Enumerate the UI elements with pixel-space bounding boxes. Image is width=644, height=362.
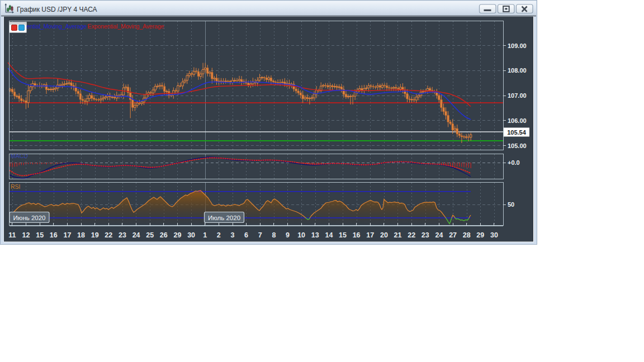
svg-text:20: 20 bbox=[380, 231, 388, 239]
svg-text:1: 1 bbox=[203, 231, 207, 239]
svg-text:15: 15 bbox=[36, 231, 44, 239]
svg-text:18: 18 bbox=[77, 231, 85, 239]
svg-text:16: 16 bbox=[50, 231, 58, 239]
svg-text:25: 25 bbox=[146, 231, 154, 239]
svg-text:29: 29 bbox=[174, 231, 182, 239]
svg-text:23: 23 bbox=[422, 231, 429, 239]
svg-text:15: 15 bbox=[339, 231, 347, 239]
svg-text:23: 23 bbox=[119, 231, 126, 239]
svg-text:108.00: 108.00 bbox=[508, 67, 527, 74]
svg-text:13: 13 bbox=[311, 231, 319, 239]
svg-text:50: 50 bbox=[508, 201, 514, 208]
svg-text:22: 22 bbox=[105, 231, 112, 239]
svg-text:21: 21 bbox=[394, 231, 402, 239]
svg-text:16: 16 bbox=[353, 231, 361, 239]
svg-text:6: 6 bbox=[244, 231, 248, 239]
svg-text:Июль 2020: Июль 2020 bbox=[208, 215, 240, 221]
svg-text:3: 3 bbox=[231, 231, 235, 239]
svg-text:105.00: 105.00 bbox=[508, 142, 527, 149]
svg-text:8: 8 bbox=[272, 231, 276, 239]
svg-text:22: 22 bbox=[408, 231, 415, 239]
svg-text:График USD /JPY 4 ЧАСА: График USD /JPY 4 ЧАСА bbox=[17, 6, 97, 13]
svg-text:RSI: RSI bbox=[11, 183, 21, 190]
svg-text:2: 2 bbox=[217, 231, 221, 239]
svg-text:107.00: 107.00 bbox=[508, 92, 527, 99]
svg-text:105.54: 105.54 bbox=[507, 129, 527, 136]
svg-text:14: 14 bbox=[325, 231, 333, 239]
svg-text:27: 27 bbox=[449, 231, 457, 239]
svg-text:30: 30 bbox=[490, 231, 498, 239]
svg-text:17: 17 bbox=[63, 231, 71, 239]
svg-text:9: 9 bbox=[286, 231, 290, 239]
svg-text:109.00: 109.00 bbox=[508, 42, 527, 49]
svg-text:17: 17 bbox=[366, 231, 374, 239]
svg-text:26: 26 bbox=[160, 231, 168, 239]
svg-text:7: 7 bbox=[258, 231, 262, 239]
svg-text:30: 30 bbox=[187, 231, 195, 239]
svg-text:24: 24 bbox=[132, 231, 140, 239]
svg-text:10: 10 bbox=[297, 231, 305, 239]
svg-text:12: 12 bbox=[22, 231, 30, 239]
svg-text:Июнь 2020: Июнь 2020 bbox=[13, 215, 45, 221]
svg-text:19: 19 bbox=[91, 231, 99, 239]
svg-text:106.00: 106.00 bbox=[508, 117, 527, 124]
svg-text:Exponential_Moving_Average: Exponential_Moving_Average bbox=[88, 23, 164, 30]
svg-text:28: 28 bbox=[463, 231, 471, 239]
svg-text:MACD: MACD bbox=[11, 153, 28, 159]
svg-text:24: 24 bbox=[435, 231, 443, 239]
svg-text:ential_Moving_Average: ential_Moving_Average bbox=[27, 23, 87, 30]
svg-text:+0.0: +0.0 bbox=[508, 159, 520, 166]
svg-text:29: 29 bbox=[476, 231, 484, 239]
svg-text:11: 11 bbox=[8, 231, 16, 239]
